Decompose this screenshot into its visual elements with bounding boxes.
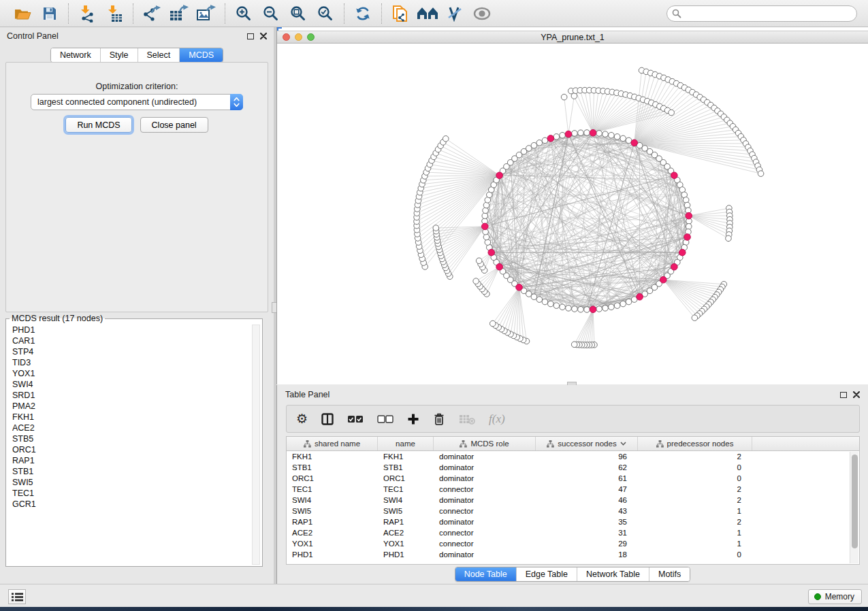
float-table-panel-icon[interactable] [840,392,847,398]
deselect-all-columns-icon[interactable] [377,415,393,423]
add-column-icon[interactable] [407,413,419,425]
refresh-view-icon[interactable] [351,3,374,24]
tab-network[interactable]: Network [51,48,100,62]
table-row[interactable]: SWI5SWI5connector431 [287,506,859,516]
graph-node[interactable] [614,134,620,140]
table-row[interactable]: ACE2ACE2connector311 [287,527,859,538]
graph-node[interactable] [602,306,609,312]
graph-hub-node[interactable] [631,139,638,146]
export-table-icon[interactable] [167,3,191,24]
graph-node[interactable] [483,208,489,214]
import-network-icon[interactable] [76,3,99,24]
table-row[interactable]: STB1STB1dominator620 [287,462,859,473]
tab-network-table[interactable]: Network Table [577,567,649,581]
graph-hub-node[interactable] [671,263,678,270]
graph-hub-node[interactable] [481,223,488,230]
mcds-result-node[interactable]: TEC1 [7,488,253,499]
mcds-result-node[interactable]: STB5 [7,433,253,444]
mcds-list-scrollbar[interactable] [252,325,260,565]
mcds-result-node[interactable]: STP4 [7,346,253,357]
float-panel-icon[interactable] [247,33,254,39]
graph-node[interactable] [553,303,560,309]
tab-style[interactable]: Style [100,48,138,62]
graph-node[interactable] [476,258,482,264]
close-panel-button[interactable]: Close panel [140,117,208,133]
column-header-MCDS-role[interactable]: MCDS role [434,437,536,450]
graph-node[interactable] [433,225,439,231]
graph-hub-node[interactable] [684,234,691,241]
close-panel-icon[interactable] [260,33,267,39]
delete-column-icon[interactable] [433,412,445,426]
mcds-result-node[interactable]: PMA2 [7,401,253,412]
graph-node[interactable] [572,306,578,312]
graph-node[interactable] [692,315,698,321]
graph-hub-node[interactable] [496,172,503,179]
column-header-name[interactable]: name [378,437,434,450]
graph-node[interactable] [578,306,584,312]
zoom-fit-icon[interactable] [287,3,310,24]
graph-node[interactable] [560,132,566,138]
run-mcds-button[interactable]: Run MCDS [65,117,131,133]
open-session-icon[interactable] [11,3,34,24]
graph-node[interactable] [620,301,626,307]
mcds-result-node[interactable]: SWI5 [7,477,253,488]
graph-node[interactable] [669,110,675,116]
network-canvas[interactable] [277,44,868,384]
graph-hub-node[interactable] [671,172,678,179]
graph-node[interactable] [571,342,577,348]
graph-node[interactable] [542,299,548,305]
column-header-predecessor-nodes[interactable]: predecessor nodes [638,437,752,450]
zoom-in-icon[interactable] [232,3,255,24]
graph-node[interactable] [548,301,554,307]
graph-node[interactable] [684,202,690,208]
table-scrollbar-thumb[interactable] [852,455,858,548]
import-table-icon[interactable] [103,3,126,24]
graph-node[interactable] [626,299,632,305]
zoom-out-icon[interactable] [259,3,283,24]
graph-node[interactable] [758,171,764,177]
table-row[interactable]: SWI4SWI4dominator462 [287,495,859,506]
search-network-icon[interactable] [416,3,439,24]
graph-node[interactable] [473,278,479,284]
mcds-result-node[interactable]: STB1 [7,466,253,477]
graph-hub-node[interactable] [516,284,523,291]
clone-network-icon[interactable] [389,3,412,24]
mcds-result-node[interactable]: GCR1 [7,499,253,510]
graph-node[interactable] [578,130,584,136]
mcds-result-node[interactable]: FKH1 [7,412,253,423]
tab-node-table[interactable]: Node Table [455,567,516,581]
graph-node[interactable] [620,135,626,142]
table-settings-gear-icon[interactable]: ⚙ [296,412,308,425]
show-graphics-icon[interactable] [470,3,494,24]
column-header-successor-nodes[interactable]: successor nodes [536,437,638,450]
graph-node[interactable] [483,234,489,240]
mcds-result-node[interactable]: TID3 [7,357,253,368]
graph-node[interactable] [726,235,732,242]
graph-node[interactable] [609,132,615,138]
graph-node[interactable] [561,94,567,100]
save-session-icon[interactable] [38,3,61,24]
graph-hub-node[interactable] [660,276,666,283]
close-table-panel-icon[interactable] [853,391,860,398]
graph-hub-node[interactable] [686,212,692,219]
mcds-result-node[interactable]: SRD1 [7,390,253,401]
mcds-result-node[interactable]: CAR1 [7,335,253,346]
table-row[interactable]: ORC1ORC1dominator610 [287,473,859,484]
graph-hub-node[interactable] [565,131,572,137]
tab-select[interactable]: Select [138,48,180,62]
task-history-button[interactable] [8,589,26,604]
table-row[interactable]: PHD1PHD1dominator180 [287,549,859,560]
tab-edge-table[interactable]: Edge Table [516,567,577,581]
graph-hub-node[interactable] [590,129,596,136]
graph-node[interactable] [596,131,602,137]
table-row[interactable]: TEC1TEC1connector472 [287,484,859,495]
mcds-result-node[interactable]: ACE2 [7,423,253,433]
graph-node[interactable] [686,224,692,230]
graph-hub-node[interactable] [679,249,686,256]
graph-hub-node[interactable] [496,263,503,270]
graph-node[interactable] [443,136,449,142]
graph-node[interactable] [542,137,548,144]
graph-node[interactable] [596,306,602,312]
table-scrollbar[interactable] [850,452,858,563]
graph-node[interactable] [536,297,543,303]
